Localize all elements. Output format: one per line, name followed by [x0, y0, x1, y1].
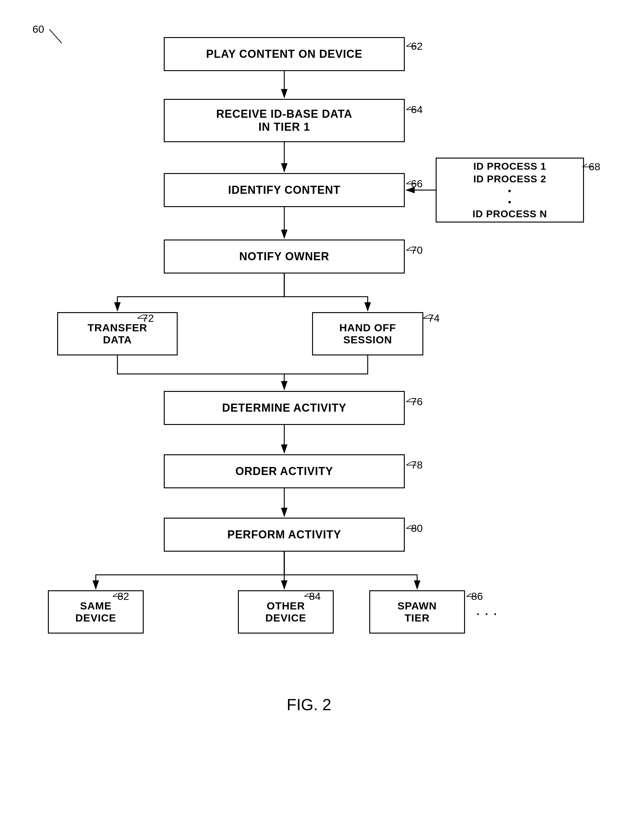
- node-identify-content: IDENTIFY CONTENT: [164, 173, 405, 207]
- label-86-arrow: [465, 590, 483, 603]
- node-84-label2: DEVICE: [265, 612, 307, 624]
- node-64-label2: IN TIER 1: [258, 121, 310, 134]
- svg-line-29: [406, 525, 411, 528]
- node-84-label1: OTHER: [267, 600, 305, 612]
- node-68-label1: ID PROCESS 1: [473, 161, 546, 172]
- node-68-dots: •: [508, 186, 512, 196]
- svg-line-15: [406, 181, 411, 184]
- diagram-container: . . . 60 PLAY CONTENT ON DEVICE 62 RECEI…: [0, 0, 643, 840]
- node-74-label2: SESSION: [343, 334, 392, 346]
- svg-line-35: [467, 593, 471, 596]
- node-perform-activity: PERFORM ACTIVITY: [164, 518, 405, 552]
- node-74-label1: HAND OFF: [339, 322, 396, 334]
- node-64-label: RECEIVE ID-BASE DATA: [216, 108, 353, 121]
- svg-line-11: [406, 43, 411, 46]
- label-68-arrow: [581, 161, 599, 173]
- node-76-label: DETERMINE ACTIVITY: [222, 402, 347, 414]
- label-70-arrow: [405, 244, 423, 257]
- label-84-arrow: [303, 590, 322, 603]
- node-play-content: PLAY CONTENT ON DEVICE: [164, 37, 405, 71]
- svg-line-19: [406, 247, 411, 250]
- label-78-arrow: [405, 459, 423, 471]
- node-receive-id: RECEIVE ID-BASE DATA IN TIER 1: [164, 99, 405, 142]
- node-68-dots2: •: [508, 197, 512, 207]
- node-82-label1: SAME: [80, 600, 111, 612]
- node-86-label1: SPAWN: [397, 600, 437, 612]
- node-86-label2: TIER: [405, 612, 429, 624]
- svg-line-25: [406, 399, 411, 402]
- node-62-label: PLAY CONTENT ON DEVICE: [206, 47, 362, 60]
- label-66-arrow: [405, 178, 423, 190]
- node-82-label2: DEVICE: [75, 612, 116, 624]
- node-70-label: NOTIFY OWNER: [239, 250, 329, 263]
- svg-line-17: [583, 164, 587, 167]
- node-72-label2: DATA: [103, 334, 132, 346]
- node-order-activity: ORDER ACTIVITY: [164, 454, 405, 488]
- node-66-label: IDENTIFY CONTENT: [228, 183, 340, 196]
- label-62-arrow: [405, 40, 423, 52]
- label-64-arrow: [405, 103, 423, 116]
- svg-line-27: [406, 462, 411, 465]
- label-76-arrow: [405, 395, 423, 408]
- node-determine-activity: DETERMINE ACTIVITY: [164, 391, 405, 425]
- label-80-arrow: [405, 522, 423, 534]
- svg-line-13: [406, 106, 411, 110]
- node-78-label: ORDER ACTIVITY: [235, 465, 333, 478]
- node-spawn-tier: SPAWN TIER: [369, 590, 465, 634]
- svg-line-31: [113, 593, 118, 596]
- node-id-processes: ID PROCESS 1 ID PROCESS 2 • • ID PROCESS…: [436, 158, 584, 222]
- svg-text:. . .: . . .: [476, 601, 497, 618]
- node-68-label2: ID PROCESS 2: [473, 173, 546, 185]
- svg-line-23: [423, 315, 428, 318]
- label-82-arrow: [111, 590, 130, 603]
- node-hand-off: HAND OFF SESSION: [312, 312, 423, 355]
- node-notify-owner: NOTIFY OWNER: [164, 240, 405, 273]
- svg-line-21: [137, 315, 142, 318]
- label-74-arrow: [422, 312, 440, 325]
- label-72-arrow: [136, 312, 155, 325]
- svg-line-33: [304, 593, 309, 596]
- node-transfer-data: TRANSFER DATA: [57, 312, 178, 355]
- svg-line-9: [49, 29, 62, 43]
- fig-caption: FIG. 2: [247, 695, 371, 714]
- label-60-arrow: [40, 26, 71, 51]
- node-80-label: PERFORM ACTIVITY: [227, 528, 341, 541]
- node-68-label3: ID PROCESS N: [472, 208, 547, 220]
